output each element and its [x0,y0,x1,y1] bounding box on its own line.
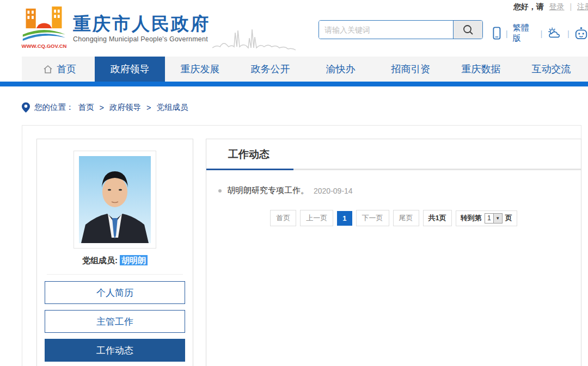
leader-name-highlighted[interactable]: 胡明朗 [120,255,148,265]
news-link[interactable]: 胡明朗研究专项工作。 [227,185,309,196]
sidebar-button-responsibilities[interactable]: 主管工作 [45,310,185,333]
pagination: 首页 上一页 1 下一页 尾页 共1页 转到第 1 ▼ 页 [206,210,581,226]
breadcrumb-home[interactable]: 首页 [78,102,94,113]
sidebar-button-work-updates[interactable]: 工作动态 [45,339,185,362]
breadcrumb-separator: > [100,103,104,112]
nav-label: 重庆发展 [181,63,220,76]
leader-sidebar: 党组成员: 胡明朗 个人简历 主管工作 工作动态 [36,139,193,366]
pager-current-page: 1 [337,211,352,226]
breadcrumb-party-members[interactable]: 党组成员 [156,102,188,113]
search-button[interactable] [453,21,482,39]
topbar-separator: | [569,2,572,11]
traditional-version-link[interactable]: 繁體版 [513,23,536,44]
nav-label: 首页 [57,63,76,76]
list-item[interactable]: 胡明朗研究专项工作。 2020-09-14 [218,185,581,196]
search-box [318,20,483,39]
site-title: 重庆市人民政府 [73,14,210,34]
nav-label: 招商引资 [391,63,431,76]
weather-icon[interactable] [547,27,562,40]
utils-separator: | [506,29,508,38]
pager-next-button[interactable]: 下一页 [356,210,389,226]
nav-item-interaction[interactable]: 互动交流 [516,57,586,82]
login-link[interactable]: 登录 [549,2,565,11]
search-icon [462,24,474,36]
pager-total-pages: 共1页 [423,210,452,226]
page-select-value: 1 [485,214,493,223]
topbar: 您好，请 登录 | 注册 [513,2,588,12]
utils-separator: | [567,29,569,38]
goto-suffix-label: 页 [505,213,512,223]
greeting-text: 您好，请 [513,2,544,11]
nav-item-government-affairs[interactable]: 政务公开 [235,57,305,82]
work-updates-panel: 工作动态 胡明朗研究专项工作。 2020-09-14 首页 上一页 1 下一页 … [206,139,581,366]
utility-links: | 繁體版 | | [493,23,588,44]
leader-name-row: 党组成员: 胡明朗 [37,256,193,266]
svg-text:WWW.CQ.GOV.CN: WWW.CQ.GOV.CN [22,43,67,49]
mobile-phone-icon[interactable] [493,26,501,40]
news-date: 2020-09-14 [314,187,353,195]
panel-title-underline [206,169,293,170]
bullet-icon [218,189,222,193]
nav-label: 互动交流 [532,63,571,76]
nav-label: 政府领导 [111,63,150,76]
nav-label: 渝快办 [326,63,356,76]
panel-title: 工作动态 [228,147,270,162]
goto-prefix-label: 转到第 [461,213,482,223]
nav-item-investment[interactable]: 招商引资 [376,57,446,82]
pager-first-button[interactable]: 首页 [270,210,296,226]
home-icon [43,65,53,74]
nav-label: 政务公开 [251,63,290,76]
pager-last-button[interactable]: 尾页 [393,210,419,226]
search-input[interactable] [319,21,453,39]
pager-prev-button[interactable]: 上一页 [300,210,333,226]
breadcrumb-prefix: 您的位置： [34,102,74,113]
nav-item-yukuaiban[interactable]: 渝快办 [305,57,376,82]
panel-header: 工作动态 [206,139,581,170]
chevron-down-icon: ▼ [493,214,502,223]
news-list: 胡明朗研究专项工作。 2020-09-14 [206,185,581,196]
logo-emblem-icon: WWW.CQ.GOV.CN [21,5,68,53]
sidebar-button-resume[interactable]: 个人简历 [45,281,185,304]
nav-item-home[interactable]: 首页 [24,57,95,82]
nav-item-chongqing-data[interactable]: 重庆数据 [446,57,516,82]
nav-accent-bar [0,82,588,86]
sidebar-menu: 个人简历 主管工作 工作动态 [45,281,185,362]
sidebar-divider [47,274,183,275]
breadcrumb: 您的位置： 首页 > 政府领导 > 党组成员 [22,102,188,113]
leader-portrait-photo [79,156,151,243]
utils-separator: | [540,29,542,38]
site-subtitle: Chongqing Municipal People's Government [73,35,210,43]
pager-goto: 转到第 1 ▼ 页 [456,210,517,226]
location-pin-icon [22,102,30,113]
nav-item-chongqing-development[interactable]: 重庆发展 [165,57,235,82]
breadcrumb-separator: > [146,103,151,112]
breadcrumb-government-leaders[interactable]: 政府领导 [109,102,141,113]
site-logo[interactable]: WWW.CQ.GOV.CN 重庆市人民政府 Chongqing Municipa… [21,5,305,53]
main-nav: 首页 政府领导 重庆发展 政务公开 渝快办 招商引资 重庆数据 互动交流 [24,57,586,82]
nav-label: 重庆数据 [462,63,501,76]
robot-assistant-icon[interactable] [574,26,588,40]
leader-role-label: 党组成员: [82,256,118,265]
page-select-dropdown[interactable]: 1 ▼ [485,213,503,224]
skyline-decoration [212,21,305,52]
portrait-frame [74,151,156,249]
nav-item-government-leaders[interactable]: 政府领导 [95,57,165,82]
register-link[interactable]: 注册 [577,2,588,11]
